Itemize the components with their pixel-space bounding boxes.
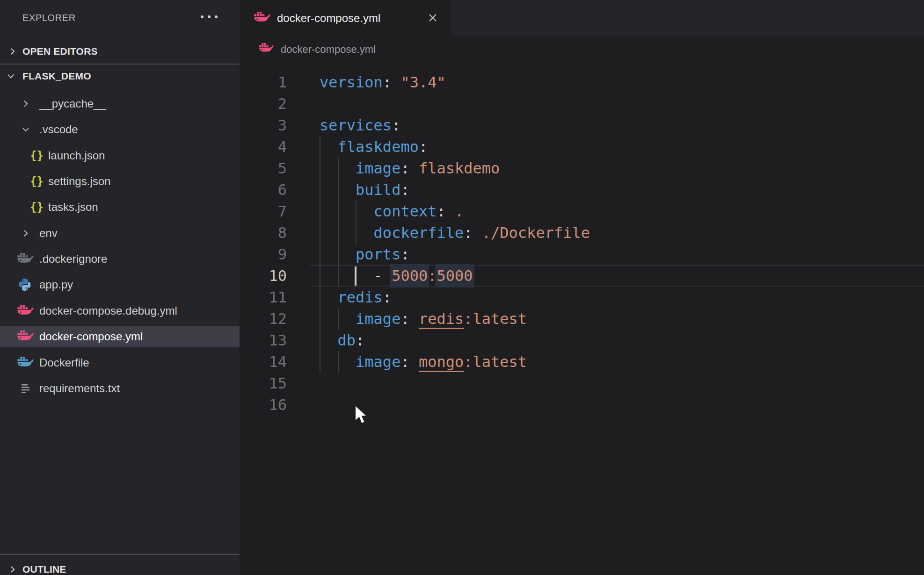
tree-item-requirements-txt[interactable]: requirements.txt — [0, 378, 240, 399]
line-number: 4 — [240, 136, 287, 158]
json-icon: {} — [30, 171, 44, 192]
code-line-4[interactable]: flaskdemo: — [320, 136, 428, 158]
code-line-6[interactable]: build: — [320, 179, 410, 201]
code-line-14[interactable]: image: mongo:latest — [320, 351, 527, 373]
tree-item-tasks-json[interactable]: {}tasks.json — [0, 197, 240, 217]
code-line-12[interactable]: image: redis:latest — [320, 308, 527, 330]
code-line-9[interactable]: ports: — [320, 244, 410, 265]
tree-item--pycache-[interactable]: __pycache__ — [0, 93, 240, 114]
tree-item-label: launch.json — [48, 145, 105, 166]
punctuation — [320, 245, 356, 263]
code-line-7[interactable]: context: . — [320, 201, 464, 222]
chevron-down-icon — [21, 124, 31, 135]
punctuation — [320, 288, 338, 306]
line-number: 7 — [240, 201, 287, 222]
punctuation: : — [437, 202, 455, 220]
punctuation — [320, 267, 374, 285]
yaml-key: version — [320, 73, 383, 91]
code-line-11[interactable]: redis: — [320, 287, 392, 308]
tree-item-label: __pycache__ — [39, 93, 106, 114]
open-editors-section[interactable]: OPEN EDITORS — [0, 41, 240, 62]
tree-item-dockerfile[interactable]: Dockerfile — [0, 352, 240, 373]
yaml-key: db — [338, 331, 356, 349]
line-number: 11 — [240, 287, 287, 308]
code-line-5[interactable]: image: flaskdemo — [320, 158, 500, 179]
docker-icon — [17, 330, 34, 345]
yaml-key: ports — [356, 245, 400, 263]
yaml-key: redis — [338, 288, 383, 306]
line-number: 12 — [240, 308, 287, 330]
tree-item-app-py[interactable]: app.py — [0, 274, 240, 295]
punctuation: : — [400, 245, 409, 263]
open-editors-label: OPEN EDITORS — [22, 41, 98, 62]
tree-item-label: tasks.json — [48, 197, 98, 217]
tree-item-launch-json[interactable]: {}launch.json — [0, 145, 240, 166]
yaml-value: :latest — [464, 310, 527, 328]
explorer-title: EXPLORER — [22, 7, 76, 28]
code-line-1[interactable]: version: "3.4" — [320, 72, 446, 93]
punctuation — [320, 353, 356, 371]
chevron-right-icon — [7, 46, 18, 57]
tree-item-label: Dockerfile — [39, 352, 89, 373]
code-line-10[interactable]: - 5000:5000 — [320, 265, 473, 287]
tree-item-label: docker-compose.yml — [39, 326, 143, 347]
line-number: 16 — [240, 394, 287, 416]
punctuation: : — [400, 310, 419, 328]
punctuation — [320, 181, 356, 199]
tree-item-label: app.py — [39, 274, 73, 295]
code-line-8[interactable]: dockerfile: ./Dockerfile — [320, 222, 590, 244]
punctuation: : — [392, 116, 400, 134]
tree-item-label: docker-compose.debug.yml — [39, 301, 177, 321]
yaml-key: flaskdemo — [338, 138, 419, 156]
tab-label: docker-compose.yml — [277, 0, 380, 36]
chevron-down-icon — [6, 71, 16, 81]
tree-item-docker-compose-yml[interactable]: docker-compose.yml — [0, 326, 240, 347]
yaml-key: dockerfile — [374, 224, 464, 242]
yaml-value: ./Dockerfile — [482, 224, 590, 242]
close-icon[interactable] — [428, 13, 438, 25]
text-file-icon — [20, 382, 32, 396]
tree-item-label: env — [39, 223, 58, 244]
punctuation — [320, 224, 374, 242]
docker-icon — [17, 304, 34, 319]
tree-item-settings-json[interactable]: {}settings.json — [0, 171, 240, 192]
outline-section[interactable]: OUTLINE — [0, 559, 240, 575]
docker-icon — [259, 43, 274, 56]
line-number: 13 — [240, 330, 287, 351]
workspace-section[interactable]: FLASK_DEMO — [0, 66, 240, 86]
yaml-value-link: redis — [419, 310, 464, 329]
yaml-value-link: mongo — [419, 353, 464, 372]
tree-item-label: .vscode — [39, 119, 78, 140]
yaml-key: image — [356, 353, 400, 371]
punctuation — [320, 159, 356, 177]
tree-item-env[interactable]: env — [0, 223, 240, 244]
punctuation: : — [400, 353, 419, 371]
tab-docker-compose[interactable]: docker-compose.yml — [240, 0, 451, 36]
tree-item--vscode[interactable]: .vscode — [0, 119, 240, 140]
line-number: 14 — [240, 351, 287, 373]
occurrence-highlight: 5000 — [435, 264, 474, 288]
line-number: 15 — [240, 373, 287, 394]
punctuation: : — [400, 159, 419, 177]
tree-item-docker-compose-debug-yml[interactable]: docker-compose.debug.yml — [0, 301, 240, 321]
docker-icon — [254, 11, 270, 26]
more-actions-icon[interactable] — [199, 13, 220, 21]
section-divider — [0, 554, 240, 555]
punctuation: - — [374, 267, 392, 285]
punctuation — [320, 331, 338, 349]
chevron-right-icon — [21, 228, 31, 238]
punctuation: : — [419, 138, 428, 156]
yaml-value: "3.4" — [400, 73, 445, 91]
tree-item--dockerignore[interactable]: .dockerignore — [0, 249, 240, 269]
section-divider — [0, 64, 240, 65]
workspace-label: FLASK_DEMO — [22, 66, 91, 86]
line-number: 1 — [240, 72, 287, 93]
punctuation — [320, 310, 356, 328]
code-line-3[interactable]: services: — [320, 115, 400, 136]
code-line-13[interactable]: db: — [320, 330, 364, 351]
tree-item-label: requirements.txt — [39, 378, 120, 399]
yaml-value: :latest — [464, 353, 527, 371]
line-number: 2 — [240, 93, 287, 115]
breadcrumb[interactable]: docker-compose.yml — [281, 36, 376, 63]
punctuation: : — [356, 331, 364, 349]
